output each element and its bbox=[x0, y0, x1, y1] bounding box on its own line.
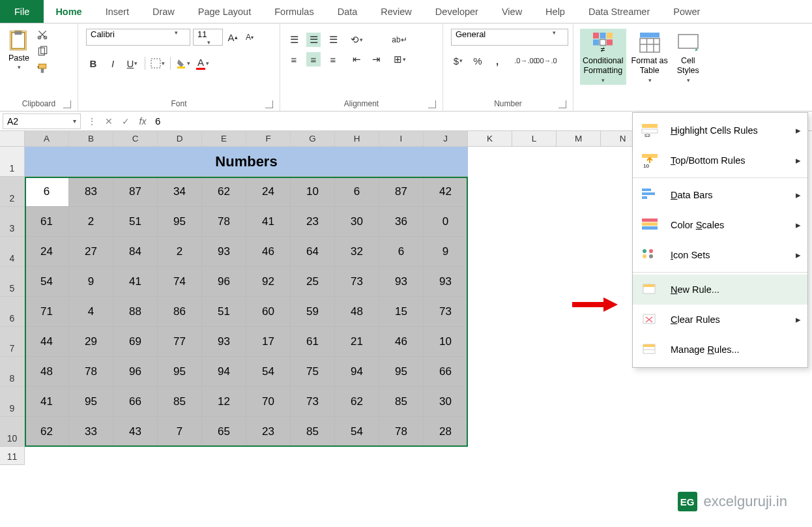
cell[interactable]: 30 bbox=[335, 207, 379, 237]
cell[interactable]: 6 bbox=[335, 177, 379, 207]
align-center-icon[interactable]: ≡ bbox=[306, 52, 321, 67]
cut-icon[interactable] bbox=[36, 29, 50, 42]
col-header[interactable]: F bbox=[246, 131, 291, 147]
cell[interactable]: 6 bbox=[379, 237, 424, 267]
row-header[interactable]: 9 bbox=[0, 387, 25, 417]
percent-format-icon[interactable]: % bbox=[471, 53, 485, 68]
cell[interactable]: 71 bbox=[25, 297, 69, 327]
wrap-text-icon[interactable]: ab↵ bbox=[392, 33, 407, 47]
font-name-select[interactable]: Calibri ▾ bbox=[86, 29, 190, 46]
cell[interactable]: 69 bbox=[113, 327, 158, 357]
cell[interactable]: 94 bbox=[202, 357, 246, 387]
cell[interactable]: 96 bbox=[202, 267, 246, 297]
cell[interactable]: 65 bbox=[202, 417, 246, 447]
col-header[interactable]: J bbox=[424, 131, 468, 147]
decrease-font-icon[interactable]: A▾ bbox=[242, 30, 257, 44]
underline-button[interactable]: U▾ bbox=[125, 56, 139, 70]
col-header[interactable]: A bbox=[25, 131, 69, 147]
cell[interactable]: 33 bbox=[69, 417, 113, 447]
cell[interactable]: 84 bbox=[113, 237, 158, 267]
cell[interactable]: 24 bbox=[25, 237, 69, 267]
tab-file[interactable]: File bbox=[0, 0, 44, 23]
cell[interactable]: 78 bbox=[202, 207, 246, 237]
cell[interactable]: 86 bbox=[158, 297, 202, 327]
cf-data-bars[interactable]: Data Bars bbox=[633, 180, 807, 210]
cell[interactable]: 73 bbox=[335, 267, 379, 297]
cf-icon-sets[interactable]: Icon Sets bbox=[633, 240, 807, 270]
tab-home[interactable]: Home bbox=[44, 0, 93, 23]
fill-color-button[interactable]: ▾ bbox=[176, 56, 190, 70]
cell[interactable]: 85 bbox=[158, 387, 202, 417]
cf-new-rule[interactable]: New Rule... bbox=[633, 275, 807, 305]
cell[interactable]: 10 bbox=[291, 177, 335, 207]
dialog-launcher-icon[interactable] bbox=[63, 100, 71, 108]
cell[interactable]: 46 bbox=[379, 327, 424, 357]
cell[interactable]: 41 bbox=[246, 207, 291, 237]
col-header[interactable]: C bbox=[113, 131, 158, 147]
cell[interactable]: 59 bbox=[291, 297, 335, 327]
cell[interactable]: 23 bbox=[291, 207, 335, 237]
tab-review[interactable]: Review bbox=[369, 0, 424, 23]
cell[interactable]: 62 bbox=[335, 387, 379, 417]
header-cell-numbers[interactable]: Numbers bbox=[25, 147, 468, 177]
increase-decimal-icon[interactable]: .0→.00 bbox=[519, 53, 533, 68]
cell[interactable]: 15 bbox=[379, 297, 424, 327]
cell[interactable]: 48 bbox=[25, 357, 69, 387]
col-header[interactable]: H bbox=[335, 131, 379, 147]
cell[interactable]: 23 bbox=[246, 417, 291, 447]
format-as-table-button[interactable]: Format as Table▾ bbox=[629, 29, 671, 85]
cf-top-bottom-rules[interactable]: 10 Top/Bottom Rules bbox=[633, 145, 807, 175]
cell[interactable]: 93 bbox=[202, 327, 246, 357]
cell[interactable]: 9 bbox=[424, 237, 468, 267]
accounting-format-icon[interactable]: $▾ bbox=[451, 53, 465, 68]
conditional-formatting-button[interactable]: ≠ Conditional Formatting▾ bbox=[580, 29, 626, 85]
row-header[interactable]: 10 bbox=[0, 417, 25, 447]
increase-indent-icon[interactable]: ⇥ bbox=[369, 52, 383, 67]
borders-button[interactable]: ▾ bbox=[151, 56, 165, 70]
cell[interactable]: 88 bbox=[113, 297, 158, 327]
name-box[interactable]: A2▾ bbox=[3, 113, 81, 129]
cell[interactable]: 12 bbox=[202, 387, 246, 417]
number-format-select[interactable]: General▾ bbox=[451, 29, 568, 46]
cell[interactable]: 28 bbox=[424, 417, 468, 447]
row-header[interactable]: 11 bbox=[0, 447, 25, 465]
cell[interactable]: 66 bbox=[424, 357, 468, 387]
format-painter-icon[interactable] bbox=[36, 63, 50, 76]
col-header[interactable]: K bbox=[468, 131, 512, 147]
align-right-icon[interactable]: ≡ bbox=[326, 52, 340, 67]
cell[interactable]: 54 bbox=[335, 417, 379, 447]
tab-power[interactable]: Power bbox=[661, 0, 712, 23]
cell[interactable]: 85 bbox=[291, 417, 335, 447]
cf-color-scales[interactable]: Color Scales bbox=[633, 210, 807, 240]
cell[interactable]: 78 bbox=[69, 357, 113, 387]
tab-formulas[interactable]: Formulas bbox=[263, 0, 325, 23]
cell[interactable]: 75 bbox=[291, 357, 335, 387]
cell[interactable]: 44 bbox=[25, 327, 69, 357]
cell[interactable]: 95 bbox=[69, 387, 113, 417]
col-header[interactable]: I bbox=[379, 131, 424, 147]
comma-format-icon[interactable]: , bbox=[490, 53, 504, 68]
cell[interactable]: 61 bbox=[291, 327, 335, 357]
col-header[interactable]: E bbox=[202, 131, 246, 147]
tab-developer[interactable]: Developer bbox=[424, 0, 490, 23]
cell[interactable]: 87 bbox=[379, 177, 424, 207]
cell[interactable]: 4 bbox=[69, 297, 113, 327]
fx-icon[interactable]: fx bbox=[134, 116, 151, 127]
cell[interactable]: 78 bbox=[379, 417, 424, 447]
tab-help[interactable]: Help bbox=[534, 0, 577, 23]
cell[interactable]: 95 bbox=[158, 357, 202, 387]
cell[interactable]: 93 bbox=[202, 237, 246, 267]
cell[interactable]: 36 bbox=[379, 207, 424, 237]
paste-button[interactable]: Paste ▾ bbox=[4, 26, 34, 72]
cell[interactable]: 54 bbox=[246, 357, 291, 387]
align-left-icon[interactable]: ≡ bbox=[287, 52, 301, 67]
cell[interactable]: 2 bbox=[69, 207, 113, 237]
cell[interactable]: 2 bbox=[158, 237, 202, 267]
cell[interactable]: 93 bbox=[424, 267, 468, 297]
cell[interactable]: 48 bbox=[335, 297, 379, 327]
cell[interactable]: 41 bbox=[113, 267, 158, 297]
cell[interactable]: 30 bbox=[424, 387, 468, 417]
cell[interactable]: 95 bbox=[158, 207, 202, 237]
cell[interactable]: 66 bbox=[113, 387, 158, 417]
align-middle-icon[interactable]: ☰ bbox=[306, 33, 321, 47]
